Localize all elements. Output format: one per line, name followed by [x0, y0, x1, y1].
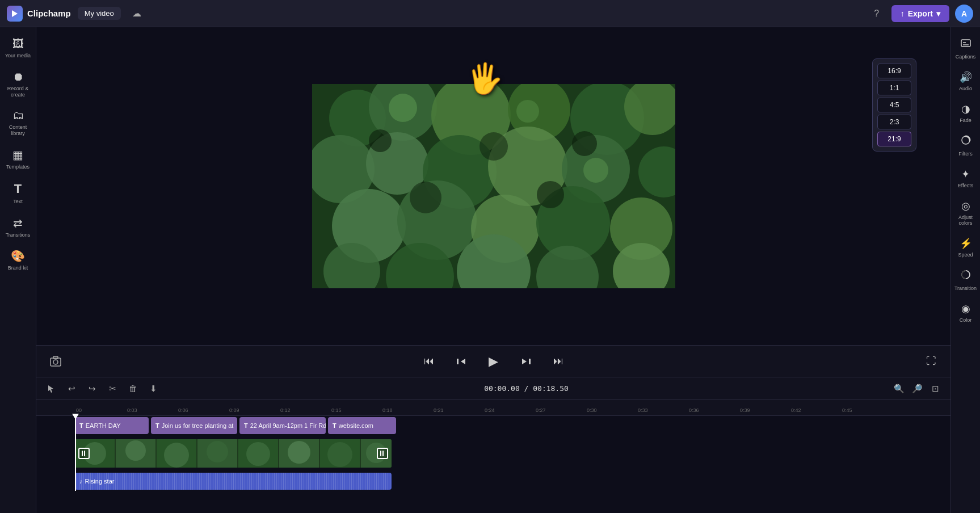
delete-button[interactable]: 🗑: [125, 381, 141, 397]
svg-rect-35: [53, 356, 58, 359]
video-canvas: [312, 84, 675, 288]
skip-back-button[interactable]: ⏮: [419, 351, 439, 372]
fullscreen-button[interactable]: ⛶: [921, 351, 941, 372]
svg-point-32: [583, 158, 608, 183]
video-clip-inner: [75, 439, 392, 468]
sidebar-label-content-library: Contentlibrary: [9, 124, 27, 137]
audio-clip[interactable]: ♪ Rising star: [75, 473, 392, 490]
timeline-playhead[interactable]: [75, 416, 76, 491]
clip-handle-left[interactable]: [78, 448, 90, 459]
zoom-in-button[interactable]: 🔎: [910, 381, 926, 397]
text-clip-earth-day[interactable]: T EARTH DAY: [75, 417, 149, 434]
svg-rect-58: [382, 451, 384, 456]
ruler-mark: 0:30: [586, 407, 637, 413]
svg-point-53: [327, 442, 352, 467]
sidebar-item-brand-kit[interactable]: 🎨 Brand kit: [0, 243, 36, 277]
sidebar-item-filters[interactable]: Filters: [951, 129, 980, 162]
fast-forward-button[interactable]: [516, 351, 537, 372]
skip-forward-button[interactable]: ⏭: [548, 351, 569, 372]
ruler-mark: 0:27: [535, 407, 586, 413]
color-label: Color: [960, 317, 972, 323]
share-icon[interactable]: ☁: [128, 5, 146, 23]
select-tool-button[interactable]: [43, 381, 59, 397]
clip-handle-right[interactable]: [377, 448, 388, 459]
zoom-out-button[interactable]: 🔍: [891, 381, 907, 397]
timeline-tracks-container: T EARTH DAY T Join us for tree planting …: [36, 416, 950, 491]
aspect-btn-1-1[interactable]: 1:1: [877, 81, 911, 95]
music-icon: ♪: [79, 478, 83, 485]
right-sidebar: Captions 🔊 Audio ◑ Fade Filters ✦ Effect…: [950, 27, 980, 513]
sidebar-label-templates: Templates: [6, 164, 30, 170]
timeline-zoom-controls: 🔍 🔎 ⊡: [891, 381, 944, 397]
sidebar-item-fade[interactable]: ◑ Fade: [951, 97, 980, 129]
fit-to-screen-button[interactable]: ⊡: [928, 381, 944, 397]
sidebar-label-transitions: Transitions: [6, 232, 31, 238]
fade-icon: ◑: [961, 103, 970, 115]
text-clip-april[interactable]: T 22 April 9am-12pm 1 Fir Rd: [239, 417, 326, 434]
play-button[interactable]: ▶: [482, 350, 505, 373]
text-clip-join-us[interactable]: T Join us for tree planting at: [151, 417, 237, 434]
svg-point-30: [389, 94, 417, 122]
sidebar-item-captions[interactable]: Captions: [951, 32, 980, 65]
sidebar-item-speed[interactable]: ⚡ Speed: [951, 232, 980, 263]
sidebar-item-audio[interactable]: 🔊 Audio: [951, 65, 980, 97]
sidebar-item-record-create[interactable]: ⏺ Record &create: [0, 65, 36, 104]
app-logo[interactable]: Clipchamp: [7, 6, 71, 22]
ruler-mark: 0:33: [637, 407, 688, 413]
video-tab[interactable]: My video: [78, 7, 121, 20]
sidebar-item-adjust-colors[interactable]: ◎ Adjustcolors: [951, 194, 980, 232]
redo-button[interactable]: ↪: [84, 381, 100, 397]
text-clip-icon: T: [244, 422, 248, 429]
aspect-btn-16-9[interactable]: 16:9: [877, 64, 911, 78]
export-button[interactable]: ↑ Export ▾: [891, 5, 949, 22]
export-icon: ↑: [901, 9, 905, 18]
ruler-mark: 0:09: [228, 407, 279, 413]
ruler-mark: 0:42: [790, 407, 841, 413]
aspect-btn-4-5[interactable]: 4:5: [877, 98, 911, 112]
rewind-button[interactable]: [451, 351, 471, 372]
aspect-btn-21-9[interactable]: 21:9: [877, 132, 911, 146]
svg-point-49: [164, 443, 189, 468]
snapshot-button[interactable]: [45, 351, 66, 372]
timeline-ruler: 00 0:03 0:06 0:09 0:12 0:15 0:18 0:21 0:…: [36, 400, 950, 416]
speed-icon: ⚡: [960, 237, 972, 250]
export-arrow: ▾: [936, 9, 940, 18]
audio-track-title: Rising star: [85, 478, 115, 485]
text-clip-website[interactable]: T website.com: [328, 417, 396, 434]
avatar[interactable]: A: [955, 5, 973, 23]
sidebar-item-text[interactable]: T Text: [0, 176, 36, 211]
aspect-btn-2-3[interactable]: 2:3: [877, 115, 911, 129]
svg-point-26: [480, 132, 508, 161]
app-name: Clipchamp: [27, 9, 71, 18]
help-icon[interactable]: ?: [868, 5, 886, 23]
speed-label: Speed: [958, 252, 973, 258]
main-area: 🖼 Your media ⏺ Record &create 🗂 Contentl…: [0, 27, 980, 513]
undo-button[interactable]: ↩: [64, 381, 79, 397]
effects-label: Effects: [958, 183, 973, 188]
brand-kit-icon: 🎨: [11, 249, 25, 263]
video-clip[interactable]: [75, 439, 392, 468]
color-icon: ◉: [961, 302, 970, 315]
sidebar-item-your-media[interactable]: 🖼 Your media: [0, 32, 36, 65]
sidebar-item-transition[interactable]: Transition: [951, 263, 980, 297]
sidebar-item-templates[interactable]: ▦ Templates: [0, 142, 36, 176]
transition-label: Transition: [954, 285, 977, 291]
svg-point-28: [410, 182, 441, 213]
playback-bar: ⏮ ▶ ⏭ ⛶: [36, 345, 950, 377]
ruler-marks: 00 0:03 0:06 0:09 0:12 0:15 0:18 0:21 0:…: [75, 407, 892, 413]
sidebar-item-effects[interactable]: ✦ Effects: [951, 162, 980, 194]
sidebar-label-record-create: Record &create: [7, 86, 29, 98]
svg-point-51: [246, 442, 270, 466]
sidebar-item-color[interactable]: ◉ Color: [951, 297, 980, 329]
left-sidebar: 🖼 Your media ⏺ Record &create 🗂 Contentl…: [0, 27, 36, 513]
sidebar-item-transitions[interactable]: ⇄ Transitions: [0, 211, 36, 244]
sidebar-label-brand-kit: Brand kit: [8, 265, 28, 271]
text-clip-icon: T: [155, 422, 159, 429]
ruler-mark: 0:45: [841, 407, 892, 413]
sidebar-item-content-library[interactable]: 🗂 Contentlibrary: [0, 103, 36, 142]
text-clip-icon: T: [79, 422, 83, 429]
svg-rect-36: [457, 359, 459, 364]
ruler-mark: 0:03: [126, 407, 177, 413]
cut-button[interactable]: ✂: [104, 381, 120, 397]
download-button[interactable]: ⬇: [145, 381, 161, 397]
